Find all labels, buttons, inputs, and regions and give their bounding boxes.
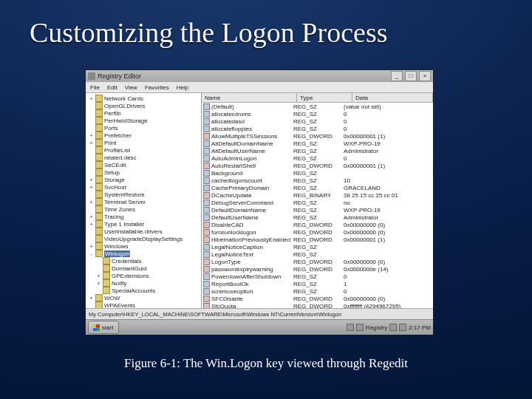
tray-icon[interactable] [356,324,364,331]
menu-view[interactable]: View [125,84,137,91]
app-icon [88,72,95,80]
tree-node[interactable]: +Print [89,139,200,146]
list-row[interactable]: AltDefaultDomainNameREG_SZWXP-PRO-19 [202,140,433,147]
list-row[interactable]: SfcQuotaREG_DWORD0xffffffff (4294967295) [202,302,433,308]
tree-node[interactable]: WPAEvents [89,301,200,308]
tree-node[interactable]: DormantGuid [89,265,200,272]
tree-node[interactable]: +Notify [89,279,200,287]
folder-icon [95,117,103,124]
list-body[interactable]: (Default)REG_SZ(value not set)allocatecd… [202,103,433,308]
list-row[interactable]: allocatecdromsREG_SZ0 [202,110,433,117]
list-row[interactable]: LegalNoticeTextREG_SZ [202,250,433,258]
expand-icon[interactable]: + [89,214,94,220]
expand-icon[interactable]: + [89,221,94,228]
tree-node[interactable]: OpenGLDrivers [89,102,200,109]
expand-icon[interactable]: + [89,184,94,191]
registry-tree[interactable]: +Network CardsOpenGLDriversPerflibPerHwI… [86,93,202,308]
list-row[interactable]: AllowMultipleTSSessionsREG_DWORD0x000000… [202,132,433,140]
list-row[interactable]: ReportBootOkREG_SZ1 [202,280,433,287]
tree-node[interactable]: -Winlogon [89,250,200,257]
tree-node[interactable]: +Prefetcher [89,132,200,139]
expand-icon[interactable]: + [89,95,94,102]
tree-node[interactable]: +Windows [89,242,200,250]
list-row[interactable]: allocatefloppiesREG_SZ0 [202,125,433,132]
tray-icon[interactable] [399,324,406,331]
value-data: 0 [342,118,433,125]
list-row[interactable]: LegalNoticeCaptionREG_SZ [202,243,433,250]
value-type: REG_DWORD [292,266,342,273]
tree-node[interactable]: Userinstallable.drivers [89,228,200,235]
list-row[interactable]: HibernationPreviouslyEnabledREG_DWORD0x0… [202,236,433,243]
tree-label: Windows [104,243,128,250]
list-row[interactable]: PowerdownAfterShutdownREG_SZ0 [202,273,433,280]
list-row[interactable]: forceunlocklogonREG_DWORD0x00000000 (0) [202,228,433,236]
list-row[interactable]: DebugServerCommandREG_SZno [202,199,433,206]
list-row[interactable]: AutoAdminLogonREG_SZ0 [202,154,433,162]
tree-node[interactable]: VideoUpgradeDisplaySettings [89,235,200,242]
tree-node[interactable]: SystemRestore [89,191,200,198]
menu-edit[interactable]: Edit [107,84,117,91]
list-row[interactable]: LogonTypeREG_DWORD0x00000000 (0) [202,258,433,265]
tray-icon[interactable] [347,324,354,331]
tree-node[interactable]: +Type 1 Installer [89,220,200,228]
list-row[interactable]: scremoveoptionREG_SZ0 [202,287,433,295]
maximize-button[interactable]: □ [405,71,417,81]
value-icon [203,251,210,258]
menu-favorites[interactable]: Favorites [145,84,169,91]
value-list[interactable]: Name Type Data (Default)REG_SZ(value not… [202,93,433,308]
expand-icon[interactable]: + [89,199,94,205]
tree-node[interactable]: SeCEdit [89,161,200,168]
system-tray[interactable]: Registry 2:17 PM [347,324,431,331]
menu-help[interactable]: Help [177,84,188,91]
list-row[interactable]: passwordexpirywarningREG_DWORD0x0000000e… [202,265,433,273]
tree-node[interactable]: Credentials [89,257,200,265]
minimize-button[interactable]: _ [391,71,403,81]
tree-node[interactable]: Setup [89,168,200,176]
value-name: cachedlogonscount [211,177,262,184]
close-button[interactable]: × [419,71,431,81]
tree-node[interactable]: +SvcHost [89,183,200,191]
list-row[interactable]: SFCDisableREG_DWORD0x00000000 (0) [202,295,433,302]
expand-icon[interactable]: + [89,295,94,301]
list-row[interactable]: AutoRestartShellREG_DWORD0x00000001 (1) [202,162,433,169]
expand-icon[interactable]: + [89,243,94,250]
tree-node[interactable]: +Network Cards [89,95,200,102]
list-row[interactable]: BackgroundREG_SZ [202,169,433,177]
tree-node[interactable]: +Terminal Server [89,198,200,205]
list-header[interactable]: Name Type Data [202,93,433,103]
tree-node[interactable]: PerHwIdStorage [89,117,200,124]
tree-node[interactable]: Perflib [89,109,200,117]
list-row[interactable]: DisableCADREG_DWORD0x00000000 (0) [202,221,433,228]
expand-icon[interactable]: + [89,132,94,139]
list-row[interactable]: allocatedasdREG_SZ0 [202,117,433,125]
expand-icon[interactable]: + [96,273,101,279]
expand-icon[interactable]: + [89,177,94,183]
tray-icon[interactable] [389,324,397,331]
start-button[interactable]: start [88,321,119,334]
expand-icon[interactable]: - [89,250,94,257]
tree-node[interactable]: +Tracing [89,213,200,220]
tree-node[interactable]: +WOW [89,294,200,301]
list-row[interactable]: cachedlogonscountREG_SZ10 [202,177,433,184]
list-row[interactable]: DefaultUserNameREG_SZAdministrator [202,214,433,221]
value-type: REG_SZ [292,207,342,214]
expand-icon[interactable]: + [96,280,101,287]
tree-node[interactable]: +Storage [89,176,200,183]
tree-node[interactable]: Time Zones [89,205,200,213]
list-row[interactable]: DCacheUpdateREG_BINARY38 25 15 cc 25 cc … [202,191,433,199]
expand-icon[interactable]: + [89,140,94,146]
list-row[interactable]: AltDefaultUserNameREG_SZAdministrator [202,147,433,154]
col-name[interactable]: Name [202,93,297,102]
list-row[interactable]: (Default)REG_SZ(value not set) [202,103,433,110]
tree-node[interactable]: +GPExtensions [89,272,200,279]
col-data[interactable]: Data [352,93,433,102]
list-row[interactable]: DefaultDomainNameREG_SZWXP-PRO-19 [202,206,433,214]
list-row[interactable]: CachePrimaryDomainREG_SZGRACELAND [202,184,433,191]
tree-node[interactable]: related.desc [89,154,200,161]
tree-node[interactable]: SpecialAccounts [89,287,200,294]
tree-node[interactable]: ProfileList [89,146,200,154]
titlebar[interactable]: Registry Editor _ □ × [86,70,433,82]
col-type[interactable]: Type [297,93,352,102]
menu-file[interactable]: File [90,84,100,91]
tree-node[interactable]: Ports [89,124,200,132]
